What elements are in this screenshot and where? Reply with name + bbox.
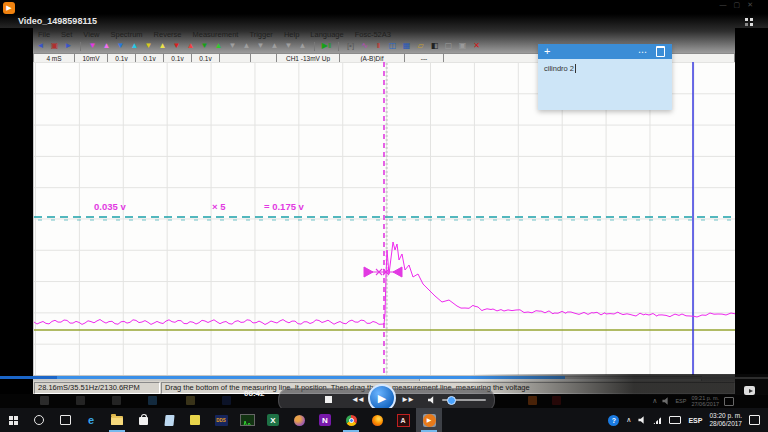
menu-item-set[interactable]: Set <box>61 30 72 40</box>
ch2-up-icon[interactable]: ▲ <box>129 41 140 51</box>
ghost-dds-icon <box>222 396 231 405</box>
volume-tray-icon[interactable] <box>638 416 646 424</box>
minimize-icon: — <box>720 1 734 8</box>
prev-marker-icon[interactable]: ◄ <box>35 41 46 51</box>
next-marker-icon[interactable]: ► <box>63 41 74 51</box>
volume-icon[interactable] <box>428 396 436 404</box>
multiplier-label: × 5 <box>212 201 225 212</box>
new-note-icon[interactable]: + <box>544 45 550 58</box>
ch1-waveform-trace <box>34 242 736 325</box>
ch3-down-icon[interactable]: ▼ <box>143 41 154 51</box>
taskbar-scope-app-icon[interactable] <box>234 408 260 432</box>
taskbar-edge-icon[interactable]: e <box>78 408 104 432</box>
ch2-down-icon[interactable]: ▼ <box>115 41 126 51</box>
ch4-up-icon[interactable]: ▲ <box>185 41 196 51</box>
taskbar-onenote-icon[interactable]: N <box>312 408 338 432</box>
menu-item-reverse[interactable]: Reverse <box>154 30 182 40</box>
network-tray-icon[interactable] <box>653 416 662 424</box>
help-tray-icon[interactable]: ? <box>608 415 619 426</box>
open-file-icon[interactable]: ▱ <box>415 41 426 51</box>
taskbar-file-explorer-icon[interactable] <box>104 408 130 432</box>
play-step-icon[interactable]: ▶‖ <box>321 41 332 51</box>
close-doc-icon[interactable]: ✕ <box>471 41 482 51</box>
result-voltage-label: = 0.175 v <box>264 201 304 212</box>
record-brackets-icon[interactable]: [•] <box>345 41 356 51</box>
menu-item-help[interactable]: Help <box>284 30 299 40</box>
rewind-button[interactable]: ◄◄ <box>351 395 363 404</box>
ch7-up-icon[interactable]: ▲ <box>269 41 280 51</box>
window-controls[interactable]: —▢✕ <box>720 1 761 9</box>
menu-item-fosc-52a3[interactable]: Fosc-52A3 <box>355 30 391 40</box>
mini-player-icon[interactable] <box>744 386 755 395</box>
ghost-start-icon <box>40 396 49 405</box>
ch6-down-icon[interactable]: ▼ <box>227 41 238 51</box>
taskbar-start-icon[interactable] <box>0 408 26 432</box>
pause-red-icon[interactable]: ‖ <box>373 41 384 51</box>
window-view-icon[interactable]: ◫ <box>387 41 398 51</box>
forward-button[interactable]: ►► <box>401 395 413 404</box>
letterbox-right <box>735 28 768 394</box>
note-menu-icon[interactable]: ⋯ <box>638 47 648 57</box>
taskbar: eDDSXNA?∧ESP03:20 p. m.28/06/2017 <box>0 408 768 432</box>
elapsed-time: 06:42 <box>244 389 264 398</box>
ch3-up-icon[interactable]: ▲ <box>157 41 168 51</box>
ghost-chevron-icon: ∧ <box>652 397 657 405</box>
menu-item-file[interactable]: File <box>38 30 50 40</box>
disabled-b-icon[interactable]: ▣ <box>457 41 468 51</box>
ghost-taskview-icon <box>112 396 121 405</box>
taskbar-search-icon[interactable] <box>26 408 52 432</box>
contrast-view-icon[interactable]: ◧ <box>429 41 440 51</box>
taskbar-notepad-icon[interactable] <box>156 408 182 432</box>
ch4-down-icon[interactable]: ▼ <box>171 41 182 51</box>
taskbar-excel-icon[interactable]: X <box>260 408 286 432</box>
ch5-up-icon[interactable]: ▲ <box>213 41 224 51</box>
hidden-icons-chevron[interactable]: ∧ <box>626 416 631 424</box>
marker-toggle-icon[interactable]: ▣ <box>49 41 60 51</box>
ch1-down-icon[interactable]: ▼ <box>87 41 98 51</box>
menu-item-trigger[interactable]: Trigger <box>249 30 272 40</box>
menu-item-measurement[interactable]: Measurement <box>193 30 239 40</box>
ghost-adobe-icon <box>552 396 561 405</box>
grid-view-icon[interactable] <box>745 18 754 27</box>
sticky-note-header[interactable]: + ⋯ <box>538 44 672 59</box>
ch8-down-icon[interactable]: ▼ <box>283 41 294 51</box>
ch6-up-icon[interactable]: ▲ <box>241 41 252 51</box>
taskbar-sticky-notes-icon[interactable] <box>182 408 208 432</box>
text-cursor <box>575 64 576 73</box>
ghost-folder-icon <box>186 396 195 405</box>
menu-bar: FileSetViewSpectrumReverseMeasurementTri… <box>38 30 735 40</box>
taskbar-store-icon[interactable] <box>130 408 156 432</box>
ch1-up-icon[interactable]: ▲ <box>101 41 112 51</box>
sticky-note-body[interactable]: cilindro 2 <box>538 59 672 110</box>
taskbar-paint-3d-icon[interactable] <box>286 408 312 432</box>
video-title: Video_1498598115 <box>18 16 97 26</box>
touch-keyboard-icon[interactable] <box>669 416 681 424</box>
trigger-marker[interactable] <box>364 267 402 277</box>
delete-note-icon[interactable] <box>656 46 665 57</box>
volume-knob[interactable] <box>447 396 456 405</box>
waveform-mode-icon[interactable]: ∿ <box>359 41 370 51</box>
action-center-icon[interactable] <box>749 415 760 425</box>
overlay-shade <box>470 374 768 395</box>
language-indicator[interactable]: ESP <box>688 417 702 424</box>
menu-item-spectrum[interactable]: Spectrum <box>110 30 142 40</box>
taskbar-clock[interactable]: 03:20 p. m.28/06/2017 <box>709 412 742 428</box>
sticky-note[interactable]: + ⋯ cilindro 2 <box>538 44 672 110</box>
taskbar-video-player-icon[interactable] <box>416 408 442 432</box>
taskbar-dds-icon[interactable]: DDS <box>208 408 234 432</box>
save-file-icon[interactable]: ▦ <box>401 41 412 51</box>
ch7-down-icon[interactable]: ▼ <box>255 41 266 51</box>
menu-item-language[interactable]: Language <box>310 30 343 40</box>
taskbar-chrome-icon[interactable] <box>338 408 364 432</box>
menu-item-view[interactable]: View <box>83 30 99 40</box>
taskbar-adobe-reader-icon[interactable]: A <box>390 408 416 432</box>
taskbar-task-view-icon[interactable] <box>52 408 78 432</box>
disabled-a-icon[interactable]: ▢ <box>443 41 454 51</box>
taskbar-firefox-icon[interactable] <box>364 408 390 432</box>
stop-button[interactable] <box>325 396 332 403</box>
ch8-up-icon[interactable]: ▲ <box>297 41 308 51</box>
toolbar-separator <box>338 42 339 51</box>
ghost-edge-icon <box>148 396 157 405</box>
ch5-down-icon[interactable]: ▼ <box>199 41 210 51</box>
ghost-search-icon <box>76 396 85 405</box>
